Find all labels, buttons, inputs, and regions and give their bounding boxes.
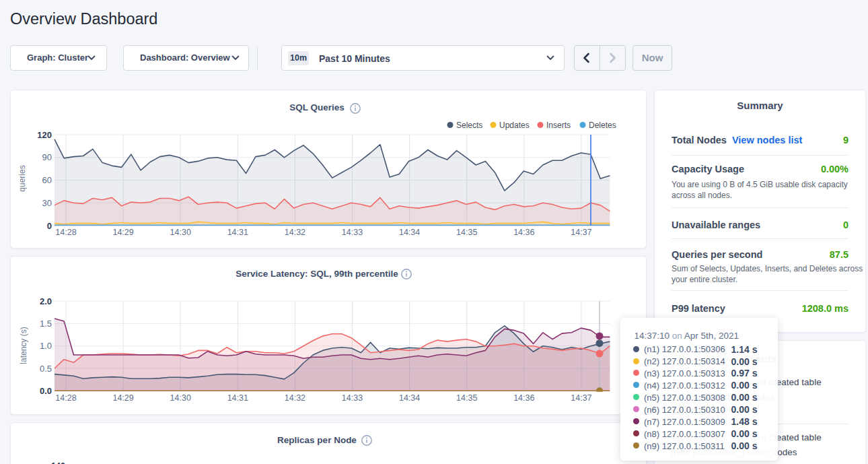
- svg-text:14:30: 14:30: [170, 228, 191, 237]
- svg-text:14:36: 14:36: [513, 393, 534, 403]
- svg-text:14:32: 14:32: [285, 228, 305, 237]
- svg-text:14:29: 14:29: [112, 228, 133, 237]
- svg-text:Updates: Updates: [499, 121, 530, 130]
- svg-text:60: 60: [42, 175, 52, 185]
- svg-text:14:35: 14:35: [456, 228, 477, 237]
- svg-text:14:30: 14:30: [170, 393, 191, 403]
- svg-text:0.0: 0.0: [40, 386, 52, 396]
- svg-text:14:31: 14:31: [227, 228, 248, 237]
- svg-text:latency (s): latency (s): [19, 327, 28, 364]
- svg-text:14:35: 14:35: [456, 393, 477, 403]
- svg-text:120: 120: [37, 130, 52, 140]
- svg-text:14:37: 14:37: [571, 228, 591, 237]
- svg-text:14:31: 14:31: [227, 393, 248, 403]
- svg-text:14:34: 14:34: [399, 393, 420, 403]
- svg-text:0: 0: [47, 221, 52, 231]
- svg-text:14:29: 14:29: [112, 393, 133, 403]
- svg-text:14:33: 14:33: [342, 228, 363, 237]
- svg-text:14:28: 14:28: [55, 393, 76, 403]
- svg-text:14:37: 14:37: [571, 393, 591, 403]
- svg-text:1.0: 1.0: [40, 341, 52, 351]
- svg-text:queries: queries: [17, 165, 27, 191]
- svg-text:Inserts: Inserts: [546, 121, 571, 130]
- svg-text:14:33: 14:33: [342, 393, 363, 403]
- svg-text:Deletes: Deletes: [589, 121, 616, 130]
- svg-text:14:32: 14:32: [285, 393, 305, 403]
- svg-text:14:28: 14:28: [55, 228, 76, 237]
- svg-text:0.5: 0.5: [40, 364, 52, 374]
- svg-text:14:36: 14:36: [513, 228, 534, 237]
- svg-text:2.0: 2.0: [40, 296, 52, 306]
- svg-text:Selects: Selects: [456, 121, 482, 130]
- svg-text:30: 30: [42, 198, 52, 208]
- svg-text:90: 90: [42, 152, 52, 162]
- svg-text:1.5: 1.5: [40, 319, 52, 329]
- svg-text:14:34: 14:34: [399, 228, 420, 237]
